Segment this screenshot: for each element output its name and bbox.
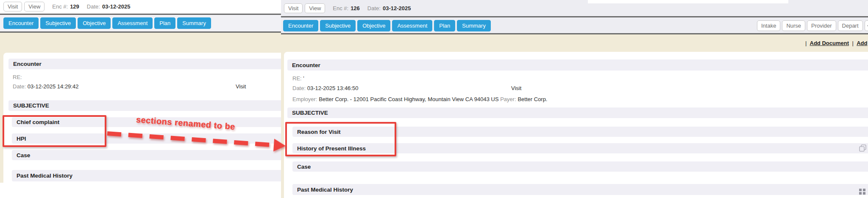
arrow-head-icon bbox=[273, 139, 286, 153]
eye-toggle-button[interactable] bbox=[865, 20, 868, 31]
right-divider-top bbox=[281, 16, 868, 17]
left-divider-top bbox=[0, 14, 281, 15]
tab-assessment[interactable]: Assessment bbox=[112, 17, 153, 29]
tab-objective[interactable]: Objective bbox=[78, 17, 111, 29]
enc-date-value: 03-12-2025 bbox=[383, 5, 411, 11]
visit-button[interactable]: Visit bbox=[3, 2, 22, 11]
date-label: Date: bbox=[13, 83, 26, 90]
tab-intake[interactable]: Intake bbox=[757, 20, 780, 31]
link-separator: | bbox=[805, 40, 807, 46]
payer-value: Better Corp. bbox=[517, 96, 547, 102]
re-value: ' bbox=[303, 75, 304, 82]
view-button[interactable]: View bbox=[305, 3, 325, 13]
enc-date-label: Date: bbox=[367, 5, 381, 11]
section-bar-case[interactable]: Case bbox=[292, 161, 868, 172]
tab-encounter[interactable]: Encounter bbox=[3, 17, 39, 29]
visit-button[interactable]: Visit bbox=[284, 3, 303, 13]
employer-value: Better Corp. - 12001 Pacific Coast Highw… bbox=[319, 96, 498, 102]
section-label: Past Medical History bbox=[17, 173, 72, 179]
section-label: SUBJECTIVE bbox=[13, 102, 49, 109]
section-label: Encounter bbox=[292, 62, 320, 68]
drag-handle-grid-icon[interactable] bbox=[859, 189, 865, 195]
add-document-link[interactable]: Add Document bbox=[810, 40, 849, 46]
left-margin-patch bbox=[0, 183, 3, 198]
enc-date-value: 03-12-2025 bbox=[102, 3, 131, 10]
date-value: 03-12-2025 13:46:50 bbox=[307, 85, 359, 91]
section-label: Past Medical History bbox=[297, 187, 353, 193]
employer-label: Employer: bbox=[292, 96, 317, 102]
view-button[interactable]: View bbox=[24, 2, 45, 11]
section-bar-subjective[interactable]: SUBJECTIVE bbox=[287, 107, 868, 118]
highlight-box-new-sections bbox=[285, 122, 396, 156]
enc-date-label: Date: bbox=[87, 3, 100, 10]
tab-subjective[interactable]: Subjective bbox=[320, 20, 356, 31]
section-bar-past-medical-history[interactable]: Past Medical History bbox=[292, 184, 868, 195]
tab-objective[interactable]: Objective bbox=[357, 20, 390, 31]
encounter-category: Visit bbox=[511, 85, 521, 91]
tab-plan[interactable]: Plan bbox=[154, 17, 175, 29]
background-window-edge bbox=[588, 0, 788, 3]
section-bar-past-medical-history[interactable]: Past Medical History bbox=[12, 170, 286, 181]
date-label: Date: bbox=[292, 85, 306, 91]
tab-plan[interactable]: Plan bbox=[434, 20, 455, 31]
tab-summary[interactable]: Summary bbox=[457, 20, 491, 31]
enc-number-label: Enc #: bbox=[333, 5, 348, 11]
section-bar-case[interactable]: Case bbox=[12, 150, 286, 160]
section-label: Case bbox=[17, 152, 30, 158]
comparison-screenshot: Visit View Enc #: 129 Date: 03-12-2025 E… bbox=[0, 0, 868, 198]
section-label: Encounter bbox=[13, 61, 42, 67]
tab-subjective[interactable]: Subjective bbox=[40, 17, 76, 29]
enc-number-value: 129 bbox=[70, 3, 79, 10]
add-link[interactable]: Add bbox=[857, 40, 867, 46]
section-label: Case bbox=[297, 164, 311, 170]
re-label: RE: bbox=[13, 74, 22, 80]
re-label: RE: bbox=[292, 75, 302, 82]
section-bar-subjective[interactable]: SUBJECTIVE bbox=[8, 100, 286, 111]
section-label: SUBJECTIVE bbox=[292, 110, 328, 116]
highlight-box-old-sections bbox=[3, 115, 106, 147]
tab-summary[interactable]: Summary bbox=[177, 17, 211, 29]
payer-label: Payer: bbox=[500, 96, 516, 102]
tab-assessment[interactable]: Assessment bbox=[392, 20, 432, 31]
tab-provider[interactable]: Provider bbox=[807, 20, 836, 31]
section-bar-encounter[interactable]: Encounter bbox=[8, 59, 286, 69]
tab-nurse[interactable]: Nurse bbox=[782, 20, 805, 31]
encounter-category: Visit bbox=[236, 83, 246, 90]
tab-encounter[interactable]: Encounter bbox=[283, 20, 318, 31]
link-separator: | bbox=[852, 40, 854, 46]
tab-depart[interactable]: Depart bbox=[838, 20, 863, 31]
enc-number-value: 126 bbox=[351, 5, 360, 11]
section-bar-encounter[interactable]: Encounter bbox=[287, 59, 868, 71]
enc-number-label: Enc #: bbox=[52, 3, 68, 10]
date-value: 03-12-2025 14:29:42 bbox=[28, 83, 79, 90]
document-links: | Add Document | Add bbox=[804, 40, 867, 46]
copy-icon[interactable] bbox=[859, 144, 867, 152]
